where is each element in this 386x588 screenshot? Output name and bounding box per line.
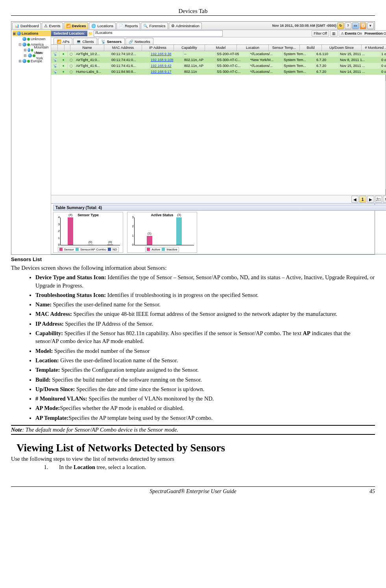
col-updown[interactable]: Up/Down Since xyxy=(322,45,362,51)
globe-icon xyxy=(28,48,30,52)
status-icon: ● xyxy=(59,63,68,69)
cell-updown: Nov 15, 2011 ... xyxy=(339,63,380,69)
chart-bar: (1) xyxy=(147,236,152,245)
chart-bar: (0) xyxy=(88,245,93,245)
col-mac[interactable]: MAC Address xyxy=(104,45,142,51)
filter-toggle[interactable]: Filter Off xyxy=(312,30,329,37)
col-name[interactable]: Name xyxy=(70,45,104,51)
y-tick: 2 xyxy=(55,229,60,233)
troubleshoot-icon: ◌ xyxy=(68,69,75,74)
tree-node-locations[interactable]: ▣Locations xyxy=(13,31,51,36)
selected-location-label: Selected Location: xyxy=(51,31,87,36)
sensors-list-heading: Sensors List xyxy=(11,256,375,262)
bar-value-label: (0) xyxy=(88,240,93,244)
tab-devices[interactable]: 📶Devices xyxy=(64,22,89,29)
pager-next-button[interactable]: ▶ xyxy=(367,196,374,203)
subtab-clients[interactable]: 💻Clients xyxy=(73,38,97,45)
chart-active-status: Active Status 0123(1)(3) Active Inactive xyxy=(127,212,197,253)
col-sensor-template[interactable]: Sensor Temp... xyxy=(269,45,300,51)
tab-forensics[interactable]: 🔍Forensics xyxy=(141,22,168,29)
tab-devices-label: Devices xyxy=(72,24,86,28)
tab-events[interactable]: ⚠Events xyxy=(42,22,63,29)
list-item: AP Template:Specifies the AP template be… xyxy=(35,414,375,422)
toolbar-power-icon[interactable]: ⏻ xyxy=(360,22,366,29)
subtab-networks[interactable]: 🔗Networks xyxy=(126,38,153,45)
cell-location: *//Locations/... xyxy=(249,63,283,69)
list-item: MAC Address: Specifies the unique 48-bit… xyxy=(35,310,375,318)
cell-name: AirTight_41:6... xyxy=(75,63,111,69)
table-row[interactable]: 📡●◌AirTight_41:0...00:11:74:41:0...192.1… xyxy=(51,57,386,63)
status-icon: ● xyxy=(59,57,68,63)
list-item: Capability: Specifies if the Sensor has … xyxy=(35,329,375,345)
selected-location-input[interactable]: //Locations xyxy=(94,30,223,37)
subtab-aps[interactable]: 📶APs xyxy=(54,38,72,45)
cell-template: System Tem... xyxy=(283,51,316,57)
col-ip[interactable]: IP Address xyxy=(142,45,174,51)
globe-icon xyxy=(22,43,26,46)
page-footer: SpectraGuard® Enterprise User Guide 45 xyxy=(11,486,375,495)
note-callout: Note: The default mode for Sensor/AP Com… xyxy=(11,425,375,435)
tab-administration[interactable]: ⚙Administration xyxy=(169,22,202,29)
step-list: In the Location tree, select a location. xyxy=(39,464,375,471)
globe-icon xyxy=(17,32,21,35)
list-item: # Monitored VLANs: Specifies the number … xyxy=(35,395,375,403)
cell-build: 6.7.20 xyxy=(316,63,339,69)
pager-current-page[interactable]: 1 xyxy=(359,196,366,203)
list-item: Up/Down Since: Specifies the date and ti… xyxy=(35,385,375,393)
y-tick: 3 xyxy=(55,223,60,226)
tab-locations[interactable]: 🌐Locations xyxy=(89,22,116,29)
pager-export-icon[interactable]: ⤴□ xyxy=(375,196,382,203)
cell-model: SS-300-AT-C... xyxy=(216,57,249,63)
device-subtab-bar: 📶APs 💻Clients 📡Sensors 🔗Networks xyxy=(51,37,386,45)
chart1-legend: Sensor Sensor/AP Combo ND xyxy=(58,247,119,252)
toolbar-dropdown-icon[interactable]: ▾ xyxy=(367,22,374,29)
pager-refresh-icon[interactable]: ↻ xyxy=(383,196,386,203)
col-capability[interactable]: Capability xyxy=(174,45,205,51)
cell-location: *New York/M... xyxy=(249,57,283,63)
clock-timestamp: Nov 16 2011, 09:33:05 AM (GMT -0500) xyxy=(272,24,336,28)
list-item: Name: Specifies the user-defined name fo… xyxy=(35,300,375,308)
device-type-icon: 📡 xyxy=(51,69,59,74)
table-summary-title: Table Summary (Total: 4) xyxy=(53,205,386,211)
table-row[interactable]: 📡●◌Humo-Labs_9...00:11:84:90:8...192.168… xyxy=(51,69,386,75)
tab-dashboard[interactable]: 📊Dashboard xyxy=(12,22,41,29)
table-row[interactable]: 📡●◌AirTight_10:2...00:11:74:10:2...192.1… xyxy=(51,51,386,57)
pager-prev-button[interactable]: ◀ xyxy=(351,196,358,203)
status-icon: ● xyxy=(59,51,68,57)
cell-monitored: 1 of 1 xyxy=(380,51,386,57)
cell-model: SS-300-AT-C... xyxy=(216,63,249,69)
toolbar-refresh-icon[interactable]: ↻ xyxy=(337,22,344,29)
tree-node-unknown[interactable]: Unknown xyxy=(18,36,51,42)
ap-icon: 📶 xyxy=(57,39,61,44)
col-model[interactable]: Model xyxy=(205,45,237,51)
toolbar-window-icon[interactable]: ▭ xyxy=(352,22,359,29)
tab-events-label: Events xyxy=(49,24,60,28)
app-screenshot: 📊Dashboard ⚠Events 📶Devices 🌐Locations 📄… xyxy=(11,21,375,255)
chart-sensor-type: Sensor Type 01234(4)(0)(0) Sensor Sensor… xyxy=(53,212,123,253)
cell-build: 6.7.20 xyxy=(316,69,339,74)
cell-mac: 00:11:74:41:0... xyxy=(111,57,150,63)
col-location[interactable]: Location xyxy=(237,45,269,51)
y-tick: 2 xyxy=(129,224,134,228)
events-prevention-toggle[interactable]: ⚠ Events On Prevention Off xyxy=(339,30,386,37)
cell-template: System Tem... xyxy=(283,63,316,69)
tab-reports[interactable]: 📄Reports xyxy=(116,22,140,29)
filter-settings-icon[interactable]: ▥ xyxy=(330,30,338,37)
subtab-sensors[interactable]: 📡Sensors xyxy=(98,38,125,45)
sensors-table: Name MAC Address IP Address Capability M… xyxy=(51,45,386,203)
bar-value-label: (3) xyxy=(176,213,182,217)
cell-updown: Nov 14, 2011 ... xyxy=(339,69,380,74)
col-build[interactable]: Build xyxy=(300,45,322,51)
globe-icon xyxy=(28,54,32,58)
toolbar-help-icon[interactable]: ? xyxy=(345,22,351,29)
table-row[interactable]: 📡●◌AirTight_41:6...00:11:74:41:6...192.1… xyxy=(51,63,386,69)
tree-node-new-york[interactable]: ⊞New York xyxy=(24,53,51,58)
client-icon: 💻 xyxy=(76,39,81,44)
table-empty-area: ▲ ▼ xyxy=(51,75,386,195)
tab-forensics-label: Forensics xyxy=(149,24,165,28)
globe-icon xyxy=(22,37,26,41)
tab-dashboard-label: Dashboard xyxy=(20,24,39,28)
list-item: Location: Gives the user-defined locatio… xyxy=(35,356,375,364)
troubleshoot-icon: ◌ xyxy=(68,63,75,69)
col-monitored[interactable]: # Monitored ... xyxy=(362,45,386,51)
